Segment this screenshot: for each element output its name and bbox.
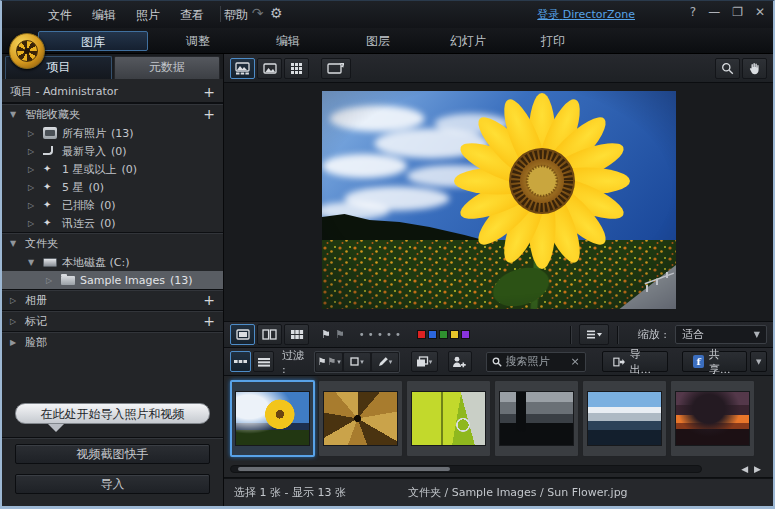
color-label-red[interactable]	[417, 330, 426, 339]
browser-toolbar: 过滤 : ⚑⚑▾ ▾ ▾ ▾ ×	[224, 348, 773, 376]
menu-view[interactable]: 查看	[180, 7, 204, 24]
add-album-button[interactable]: +	[203, 292, 215, 308]
photo-canvas[interactable]	[224, 83, 773, 321]
expand-arrow-icon[interactable]: ▷	[28, 129, 38, 138]
tree-section-albums[interactable]: ▷ 相册 +	[2, 289, 223, 310]
import-button[interactable]: 导入	[15, 474, 210, 494]
flag-reject-icon[interactable]: ⚑	[335, 328, 345, 341]
menu-photo[interactable]: 照片	[136, 7, 160, 24]
view-single-photo-button[interactable]	[257, 58, 282, 79]
tree-item-rejected[interactable]: ▷ ✦ 已排除 (0)	[2, 196, 223, 214]
thumbnail-sunflower[interactable]	[230, 380, 315, 457]
tab-library[interactable]: 图库	[38, 31, 148, 51]
color-label-purple[interactable]	[461, 330, 470, 339]
filter-rating-pen-button[interactable]: ▾	[372, 353, 398, 371]
pan-hand-button[interactable]	[742, 58, 767, 79]
zoom-tool-button[interactable]	[715, 58, 740, 79]
tree-item-cyberlink-cloud[interactable]: ▷ ✦ 讯连云 (0)	[2, 214, 223, 232]
undo-icon[interactable]: ↶	[232, 5, 244, 21]
add-smart-collection-button[interactable]: +	[203, 106, 215, 122]
menu-file[interactable]: 文件	[48, 7, 72, 24]
thumbnail-bicycle-meadow[interactable]	[406, 380, 491, 457]
tree-item-1-star-or-more[interactable]: ▷ ✦ 1 星或以上 (0)	[2, 160, 223, 178]
tab-layers[interactable]: 图层	[334, 31, 422, 51]
share-button[interactable]: f 共享...	[682, 351, 747, 372]
expand-arrow-icon[interactable]: ▷	[28, 201, 38, 210]
tree-item-sample-images[interactable]: ▷ Sample Images (13)	[2, 271, 223, 289]
tab-adjust[interactable]: 调整	[154, 31, 242, 51]
clear-search-icon[interactable]: ×	[570, 355, 579, 368]
filter-color-label-button[interactable]: ▾	[344, 353, 370, 371]
settings-gear-icon[interactable]: ⚙	[270, 5, 283, 21]
flag-pick-icon[interactable]: ⚑	[321, 328, 331, 341]
tree-item-local-disk[interactable]: ▼ 本地磁盘 (C:)	[2, 253, 223, 271]
viewer-compare-mode-button[interactable]	[257, 324, 282, 345]
view-photo-with-filmstrip-button[interactable]	[230, 58, 255, 79]
directorzone-link[interactable]: DirectorZone	[563, 8, 635, 21]
add-tag-button[interactable]: +	[203, 313, 215, 329]
login-label[interactable]: 登录	[537, 8, 559, 21]
thumbnail-sunset-storm[interactable]	[670, 380, 755, 457]
sort-order-button[interactable]	[579, 324, 609, 345]
expand-arrow-icon[interactable]: ▼	[10, 239, 20, 248]
tree-section-faces[interactable]: ▶ 脸部	[2, 331, 223, 352]
viewer-single-mode-button[interactable]	[230, 324, 255, 345]
tab-slideshow[interactable]: 幻灯片	[424, 31, 512, 51]
filter-flags-button[interactable]: ⚑⚑▾	[316, 353, 342, 371]
item-count: (13)	[170, 274, 193, 287]
expand-arrow-icon[interactable]: ▷	[46, 276, 56, 285]
view-grid-button[interactable]	[284, 58, 309, 79]
thumbnail-mountain-lake[interactable]	[582, 380, 667, 457]
color-label-blue[interactable]	[428, 330, 437, 339]
tree-section-tags[interactable]: ▷ 标记 +	[2, 310, 223, 331]
export-button[interactable]: 导出...	[602, 351, 669, 372]
expand-arrow-icon[interactable]: ▷	[28, 183, 38, 192]
item-label: 讯连云	[62, 216, 95, 231]
thumbnail-dark-church[interactable]	[494, 380, 579, 457]
help-button[interactable]: ?	[690, 5, 696, 19]
expand-arrow-icon[interactable]: ▶	[10, 338, 20, 347]
tree-item-latest-import[interactable]: ▷ 最新导入 (0)	[2, 142, 223, 160]
filmstrip-layout-button[interactable]	[230, 351, 251, 372]
add-project-button[interactable]: +	[203, 84, 215, 100]
tab-print[interactable]: 打印	[514, 31, 592, 51]
menu-edit[interactable]: 编辑	[92, 7, 116, 24]
tree-item-5-star[interactable]: ▷ ✦ 5 星 (0)	[2, 178, 223, 196]
list-layout-button[interactable]	[253, 351, 274, 372]
thumbnail-spiral-staircase[interactable]	[318, 380, 403, 457]
tree-section-smart-collection[interactable]: ▼ 智能收藏夹 +	[2, 103, 223, 124]
minimize-button[interactable]: —	[708, 5, 720, 19]
expand-arrow-icon[interactable]: ▷	[28, 147, 38, 156]
login-directorzone[interactable]: 登录 DirectorZone	[537, 7, 635, 22]
expand-arrow-icon[interactable]: ▼	[28, 258, 38, 267]
expand-arrow-icon[interactable]: ▷	[28, 165, 38, 174]
expand-arrow-icon[interactable]: ▷	[10, 317, 20, 326]
tree-item-all-photos[interactable]: ▷ 所有照片 (13)	[2, 124, 223, 142]
stack-photos-button[interactable]: ▾	[411, 351, 438, 372]
hide-panel-button[interactable]	[321, 58, 351, 79]
expand-arrow-icon[interactable]: ▷	[10, 296, 20, 305]
import-hint-callout[interactable]: 在此处开始导入照片和视频	[15, 403, 210, 424]
scroll-right-arrow[interactable]: ▶	[754, 464, 761, 474]
sidebar-tab-metadata[interactable]: 元数据	[114, 56, 221, 79]
video-to-photo-button[interactable]: 视频截图快手	[15, 444, 210, 464]
scrollbar-thumb[interactable]	[238, 467, 450, 471]
close-button[interactable]: ✕	[755, 5, 765, 19]
color-label-yellow[interactable]	[450, 330, 459, 339]
search-input[interactable]	[506, 355, 567, 368]
scrollbar-track[interactable]	[230, 465, 702, 473]
scroll-left-arrow[interactable]: ◀	[741, 464, 748, 474]
tag-faces-button[interactable]	[448, 351, 471, 372]
maximize-button[interactable]: ❐	[732, 5, 743, 19]
tree-section-folders[interactable]: ▼ 文件夹	[2, 232, 223, 253]
viewer-multi-mode-button[interactable]	[284, 324, 309, 345]
tab-edit[interactable]: 编辑	[244, 31, 332, 51]
view-options-toolbar: ⚑ ⚑ • • • • • 缩放 : 适合 ▼	[224, 321, 773, 348]
zoom-fit-dropdown[interactable]: 适合 ▼	[675, 325, 767, 344]
expand-arrow-icon[interactable]: ▼	[10, 110, 20, 119]
redo-icon[interactable]: ↷	[252, 5, 264, 21]
color-label-green[interactable]	[439, 330, 448, 339]
share-dropdown-button[interactable]: ▼	[750, 351, 767, 372]
star-rating-dots[interactable]: • • • • •	[359, 329, 401, 340]
expand-arrow-icon[interactable]: ▷	[28, 219, 38, 228]
